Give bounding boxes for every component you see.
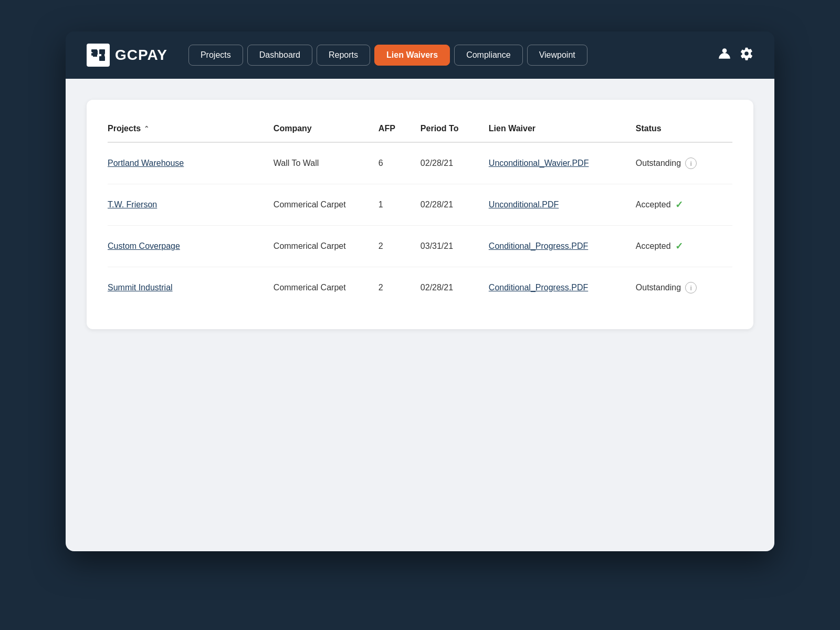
cell-period-to: 02/28/21 (421, 267, 489, 309)
main-nav: Projects Dashboard Reports Lien Waivers … (188, 45, 707, 66)
nav-compliance[interactable]: Compliance (454, 45, 522, 66)
lien-waivers-table: Projects ⌃ Company AFP Period To (108, 116, 732, 308)
logo-area: GCPAY (87, 44, 167, 67)
main-content: Projects ⌃ Company AFP Period To (66, 79, 774, 551)
header: GCPAY Projects Dashboard Reports Lien Wa… (66, 32, 774, 79)
status-outstanding: Outstandingi (636, 282, 726, 293)
project-link[interactable]: T.W. Frierson (108, 200, 157, 209)
status-accepted: Accepted✓ (636, 199, 726, 211)
cell-lien-waiver: Conditional_Progress.PDF (489, 226, 636, 267)
lien-waiver-link[interactable]: Unconditional.PDF (489, 200, 559, 209)
cell-afp: 2 (379, 226, 421, 267)
cell-project: T.W. Frierson (108, 184, 274, 226)
info-icon[interactable]: i (685, 282, 697, 293)
col-projects[interactable]: Projects ⌃ (108, 116, 223, 142)
status-outstanding: Outstandingi (636, 158, 726, 169)
cell-status: Outstandingi (636, 267, 732, 309)
cell-afp: 1 (379, 184, 421, 226)
check-icon: ✓ (675, 240, 683, 252)
cell-status: Accepted✓ (636, 184, 732, 226)
cell-afp: 2 (379, 267, 421, 309)
nav-projects[interactable]: Projects (188, 45, 243, 66)
cell-lien-waiver: Unconditional_Wavier.PDF (489, 142, 636, 184)
cell-lien-waiver: Conditional_Progress.PDF (489, 267, 636, 309)
cell-company: Commerical Carpet (274, 226, 379, 267)
lien-waiver-link[interactable]: Unconditional_Wavier.PDF (489, 159, 589, 167)
cell-status: Accepted✓ (636, 226, 732, 267)
table-header-row: Projects ⌃ Company AFP Period To (108, 116, 732, 142)
nav-lien-waivers[interactable]: Lien Waivers (374, 45, 450, 66)
logo-text: GCPAY (115, 47, 167, 64)
table-row: Portland WarehouseWall To Wall602/28/21U… (108, 142, 732, 184)
page-wrapper: GCPAY Projects Dashboard Reports Lien Wa… (66, 32, 774, 551)
nav-viewpoint[interactable]: Viewpoint (527, 45, 587, 66)
table-row: Custom CoverpageCommerical Carpet203/31/… (108, 226, 732, 267)
cell-period-to: 03/31/21 (421, 226, 489, 267)
settings-icon[interactable] (740, 47, 753, 64)
cell-lien-waiver: Unconditional.PDF (489, 184, 636, 226)
project-link[interactable]: Custom Coverpage (108, 242, 180, 250)
cell-project: Summit Industrial (108, 267, 274, 309)
header-icons (718, 47, 753, 64)
cell-project: Custom Coverpage (108, 226, 274, 267)
info-icon[interactable]: i (685, 158, 697, 169)
col-company: Company (274, 116, 379, 142)
cell-period-to: 02/28/21 (421, 184, 489, 226)
nav-dashboard[interactable]: Dashboard (247, 45, 312, 66)
project-link[interactable]: Portland Warehouse (108, 159, 184, 167)
status-text: Accepted (636, 242, 671, 251)
cell-afp: 6 (379, 142, 421, 184)
status-accepted: Accepted✓ (636, 240, 726, 252)
cell-company: Wall To Wall (274, 142, 379, 184)
svg-point-4 (722, 48, 727, 53)
table-row: Summit IndustrialCommerical Carpet202/28… (108, 267, 732, 309)
cell-company: Commerical Carpet (274, 184, 379, 226)
cell-project: Portland Warehouse (108, 142, 274, 184)
sort-icon: ⌃ (144, 125, 149, 132)
project-link[interactable]: Summit Industrial (108, 283, 173, 292)
status-text: Outstanding (636, 159, 681, 168)
cell-period-to: 02/28/21 (421, 142, 489, 184)
table-row: T.W. FriersonCommerical Carpet102/28/21U… (108, 184, 732, 226)
col-lien-waiver: Lien Waiver (489, 116, 636, 142)
logo-icon (87, 44, 110, 67)
col-afp: AFP (379, 116, 421, 142)
col-status: Status (636, 116, 732, 142)
col-period-to: Period To (421, 116, 489, 142)
cell-status: Outstandingi (636, 142, 732, 184)
status-text: Accepted (636, 200, 671, 209)
cell-company: Commerical Carpet (274, 267, 379, 309)
table-card: Projects ⌃ Company AFP Period To (87, 100, 753, 329)
status-text: Outstanding (636, 283, 681, 292)
lien-waiver-link[interactable]: Conditional_Progress.PDF (489, 242, 588, 250)
check-icon: ✓ (675, 199, 683, 211)
lien-waiver-link[interactable]: Conditional_Progress.PDF (489, 283, 588, 292)
user-icon[interactable] (718, 47, 731, 64)
nav-reports[interactable]: Reports (317, 45, 370, 66)
